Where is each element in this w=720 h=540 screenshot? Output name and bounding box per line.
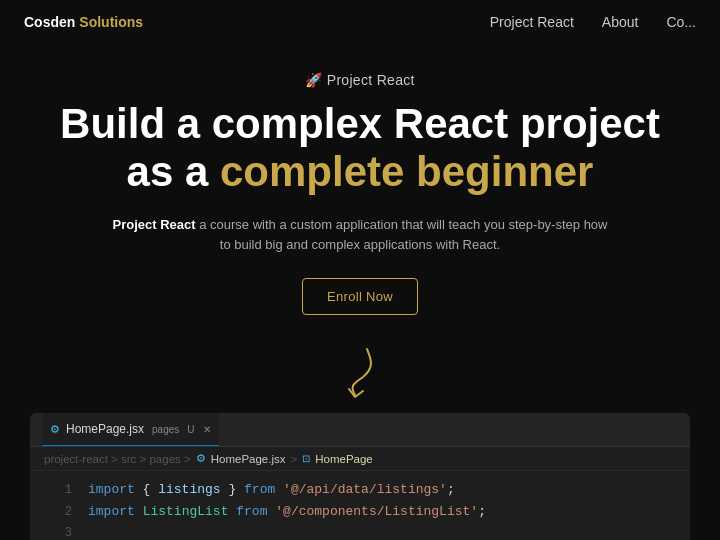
breadcrumb-file: HomePage.jsx [211, 453, 286, 465]
nav-project-react[interactable]: Project React [490, 14, 574, 30]
navbar: Cosden Solutions Project React About Co.… [0, 0, 720, 44]
brand-cosden: Cosden [24, 14, 75, 30]
editor-tab-bar: ⚙ HomePage.jsx pages U ✕ [30, 413, 690, 447]
tab-modified-indicator: U [187, 424, 194, 435]
line-num-3: 3 [44, 523, 72, 540]
nav-more[interactable]: Co... [666, 14, 696, 30]
code-line-3: 3 [30, 523, 690, 540]
breadcrumb-gear-icon: ⚙ [196, 452, 206, 465]
hero-title-highlight: complete beginner [220, 148, 593, 195]
line-num-2: 2 [44, 502, 72, 522]
nav-about[interactable]: About [602, 14, 639, 30]
tab-filename: HomePage.jsx [66, 422, 144, 436]
hero-section: 🚀 Project React Build a complex React pr… [0, 44, 720, 335]
token: ListingList [143, 501, 229, 523]
hero-subtitle-rest: a course with a custom application that … [196, 217, 608, 253]
enroll-button[interactable]: Enroll Now [302, 278, 418, 315]
token [135, 501, 143, 523]
hero-tag: 🚀 Project React [40, 72, 680, 88]
editor-breadcrumb: project-react > src > pages > ⚙ HomePage… [30, 447, 690, 471]
code-editor: ⚙ HomePage.jsx pages U ✕ project-react >… [30, 413, 690, 540]
react-icon: ⚙ [50, 423, 60, 436]
token: listings [158, 479, 220, 501]
hero-subtitle-bold: Project React [113, 217, 196, 232]
breadcrumb-component-icon: ⊡ [302, 453, 310, 464]
code-line-2: 2 import ListingList from '@/components/… [30, 501, 690, 523]
token [275, 479, 283, 501]
nav-links: Project React About Co... [490, 14, 696, 30]
hero-title: Build a complex React project as a compl… [40, 100, 680, 197]
brand-logo[interactable]: Cosden Solutions [24, 14, 143, 30]
breadcrumb-sep: > [291, 453, 298, 465]
breadcrumb-path: project-react > src > pages > [44, 453, 191, 465]
hero-title-line2-prefix: as a [127, 148, 220, 195]
hero-subtitle: Project React a course with a custom app… [110, 215, 610, 257]
token [267, 501, 275, 523]
hero-title-line1: Build a complex React project [60, 100, 660, 147]
token: '@/api/data/listings' [283, 479, 447, 501]
arrow-icon [335, 345, 385, 399]
token: } [221, 479, 244, 501]
token: ; [478, 501, 486, 523]
token: from [244, 479, 275, 501]
token: from [236, 501, 267, 523]
token: '@/components/ListingList' [275, 501, 478, 523]
scroll-arrow [0, 345, 720, 399]
token: import [88, 479, 135, 501]
breadcrumb-component: HomePage [315, 453, 373, 465]
tab-close-button[interactable]: ✕ [203, 424, 211, 435]
token: { [135, 479, 158, 501]
token [228, 501, 236, 523]
token: ; [447, 479, 455, 501]
code-line-1: 1 import { listings } from '@/api/data/l… [30, 479, 690, 501]
tab-folder: pages [152, 424, 179, 435]
editor-tab-homepage[interactable]: ⚙ HomePage.jsx pages U ✕ [42, 413, 219, 446]
token: import [88, 501, 135, 523]
code-content: 1 import { listings } from '@/api/data/l… [30, 471, 690, 540]
line-num-1: 1 [44, 480, 72, 500]
brand-solutions: Solutions [79, 14, 143, 30]
